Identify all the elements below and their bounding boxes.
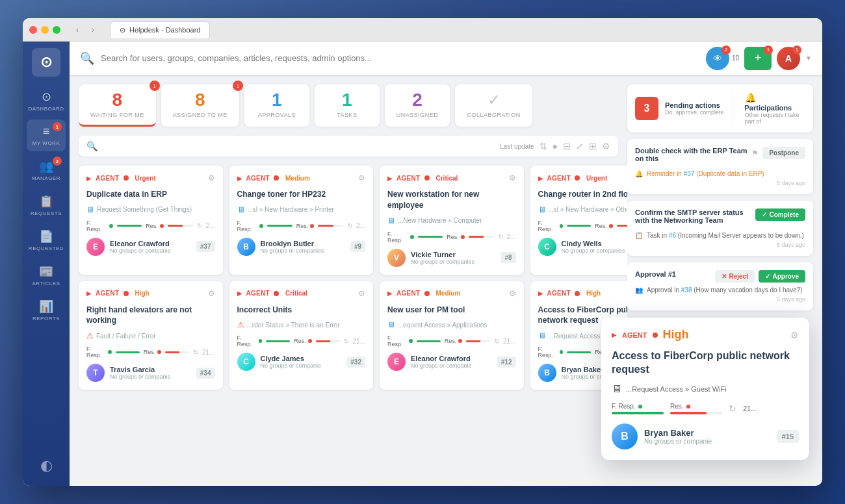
complete-button[interactable]: ✓ Complete [755, 208, 805, 221]
ticket-status-dot [424, 175, 430, 181]
ticket-settings-icon[interactable]: ⚙ [208, 173, 215, 183]
ticket-settings-icon[interactable]: ⚙ [358, 173, 365, 183]
sidebar-item-my-work[interactable]: 1 ≡ MY WORK [27, 120, 66, 151]
sort-icon[interactable]: ⇅ [540, 141, 547, 151]
tab-assigned-to-me[interactable]: 1 8 ASSIGNED TO ME [161, 84, 239, 127]
sidebar-item-manager[interactable]: 2 👥 MANAGER [27, 154, 66, 186]
filter-bar: 🔍 Last update ⇅ ● ⊟ ⤢ ⊞ ⚙ [79, 136, 618, 157]
res-bar [318, 225, 343, 227]
tab-unassigned[interactable]: 2 UNASSIGNED [385, 84, 450, 127]
popup-settings-icon[interactable]: ⚙ [790, 330, 799, 340]
ticket-stats: F. Resp. Res. ↻ 21... [237, 334, 366, 347]
ticket-category: 🖥 ...sl » New Hardware » Other [538, 205, 628, 214]
approve-button[interactable]: ✓ Approve [759, 270, 805, 283]
sidebar-item-articles[interactable]: 📰 ARTICLES [27, 259, 66, 292]
action-card-erp: Double check with the ERP Team on this ⚑… [627, 139, 813, 194]
f-resp-label: F. Resp. [237, 220, 258, 233]
f-resp-bar [267, 225, 292, 227]
sidebar-item-help[interactable]: ◐ [27, 452, 66, 479]
search-input[interactable] [101, 53, 699, 63]
category-icon: 🖥 [237, 205, 245, 214]
tab-tasks[interactable]: 1 TASKS [315, 84, 380, 127]
grid-icon[interactable]: ⊞ [589, 141, 597, 151]
ticket-settings-icon[interactable]: ⚙ [358, 289, 365, 298]
cycle-count: 2... [206, 222, 215, 229]
reject-button[interactable]: ✕ Reject [715, 270, 755, 283]
back-button[interactable]: ‹ [71, 23, 84, 36]
tab-waiting-for-me[interactable]: 1 8 WAITING FOR ME [79, 84, 156, 127]
ticket-settings-icon[interactable]: ⚙ [509, 289, 516, 298]
ticket-footer: V Vickie Turner No groups or companies #… [387, 249, 516, 267]
ticket-user-groups: No groups or companies [562, 247, 628, 254]
notification-badge: 2 [722, 45, 731, 55]
pending-section: Pending actions Do, approve, complete [665, 101, 726, 116]
forward-button[interactable]: › [86, 23, 99, 36]
postpone-button[interactable]: Postpone [762, 147, 805, 159]
browser-tab[interactable]: ⊙ Helpdesk - Dashboard [110, 21, 210, 38]
ticket-status-dot [124, 291, 129, 296]
ticket-category: 🖥 ...sl » New Hardware » Printer [237, 205, 366, 214]
add-button[interactable]: + 1 [744, 47, 772, 70]
tab-approvals[interactable]: 1 APPROVALS [244, 84, 309, 127]
waiting-count: 8 [112, 91, 123, 109]
tab-collaboration[interactable]: ✓ COLLABORATION [455, 84, 532, 127]
topbar: 🔍 👁 2 10 + 1 [70, 42, 822, 75]
f-resp-label: F. Resp. [237, 334, 257, 347]
f-resp-label: F. Resp. [538, 346, 558, 359]
notification-button[interactable]: 👁 2 [706, 47, 729, 70]
participations-section: 🔔 Participations Other requests I take p… [740, 92, 806, 125]
sidebar-item-requests[interactable]: 📋 REQUESTS [27, 189, 66, 221]
filter-search-input[interactable] [104, 142, 493, 151]
sidebar-item-requested[interactable]: 📄 REQUESTED [27, 224, 66, 257]
ticket-stats: F. Resp. Res. ↻ 21... [538, 220, 628, 233]
f-resp-bar [418, 236, 443, 238]
settings-icon[interactable]: ⚙ [602, 141, 610, 151]
ticket-stats: F. Resp. Res. ↻ 2... [387, 231, 516, 244]
approvals-count: 1 [272, 91, 282, 109]
ticket-status-dot [274, 291, 279, 296]
action-type-text: Task in #6 (Incoming Mail Server appears… [647, 232, 804, 239]
sidebar-item-reports[interactable]: 📊 REPORTS [27, 294, 66, 327]
ticket-arrow-icon: ▶ [237, 175, 242, 182]
category-text: ...sl » New Hardware » Printer [248, 206, 334, 213]
waiting-badge: 1 [150, 81, 160, 91]
sidebar-item-dashboard[interactable]: ⊙ DASHBOARD [27, 84, 66, 117]
cycle-icon: ↻ [197, 222, 202, 229]
ticket-number: #34 [196, 368, 215, 379]
action-type-text: Reminder in #37 (Duplicate data in ERP) [647, 170, 764, 177]
close-button[interactable] [29, 26, 37, 34]
ticket-stats: F. Resp. Res. ↻ 2... [237, 220, 366, 233]
slider-icon[interactable]: ⊟ [563, 141, 571, 151]
action-type-text: Approval in #38 (How many vacation days … [647, 286, 803, 294]
ticket-user-name: Brooklyn Butler [261, 240, 345, 247]
popup-res-bar [670, 412, 722, 414]
ticket-title: New user for PM tool [387, 305, 516, 316]
res-label: Res. [447, 234, 459, 240]
ticket-arrow-icon: ▶ [86, 290, 92, 297]
ticket-type: AGENT [96, 175, 120, 182]
category-icon: 🖥 [387, 320, 395, 329]
expand-icon[interactable]: ⤢ [576, 141, 584, 151]
assigned-badge: 1 [233, 81, 243, 91]
divider [733, 92, 733, 125]
ticket-arrow-icon: ▶ [86, 175, 92, 182]
res-stat: Res. [595, 223, 613, 229]
f-resp-indicator [560, 350, 564, 354]
maximize-button[interactable] [53, 26, 60, 34]
ticket-card: ▶ AGENT Urgent ⚙ Duplicate data in ERP 🖥… [79, 166, 223, 275]
ticket-user-groups: No groups or companie [110, 373, 191, 380]
ticket-title: Incorrect Units [237, 305, 366, 316]
ticket-arrow-icon: ▶ [387, 175, 393, 182]
ticket-settings-icon[interactable]: ⚙ [509, 173, 516, 183]
minimize-button[interactable] [41, 26, 49, 34]
action-title: Confirm the SMTP server status with the … [635, 208, 755, 224]
search-icon[interactable]: 🔍 [80, 51, 94, 66]
plus-badge: 1 [764, 45, 773, 55]
category-icon: 🖥 [538, 205, 546, 214]
plus-icon: + [755, 51, 762, 65]
ticket-settings-icon[interactable]: ⚙ [208, 289, 215, 298]
ticket-card: ▶ AGENT Critical ⚙ New workstation for n… [380, 166, 524, 275]
category-text: Request Something (Get Things) [97, 206, 192, 213]
f-resp-label: F. Resp. [86, 346, 106, 359]
avatar-chevron-icon[interactable]: ▼ [805, 55, 812, 62]
